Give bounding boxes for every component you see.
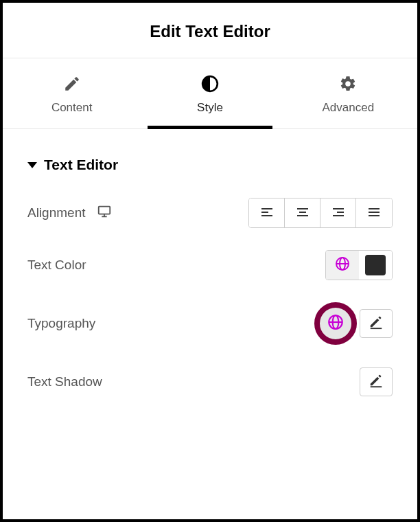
- tab-style[interactable]: Style: [141, 58, 279, 128]
- tabs: Content Style Advanced: [3, 58, 417, 129]
- pencil-underline-icon: [369, 315, 384, 332]
- text-shadow-controls: [360, 367, 393, 396]
- row-text-shadow: Text Shadow: [27, 367, 393, 397]
- svg-rect-24: [371, 386, 382, 387]
- tab-label: Advanced: [323, 101, 375, 115]
- alignment-buttons: [248, 198, 393, 228]
- typography-edit-button[interactable]: [360, 309, 393, 338]
- pencil-icon: [63, 75, 81, 93]
- style-panel: Text Editor Alignment Text Color: [3, 129, 417, 397]
- global-color-button[interactable]: [326, 251, 359, 280]
- tab-advanced[interactable]: Advanced: [279, 58, 417, 128]
- color-swatch-button[interactable]: [359, 251, 392, 280]
- align-right-button[interactable]: [320, 198, 356, 227]
- alignment-label: Alignment: [27, 205, 86, 220]
- svg-rect-23: [371, 328, 382, 329]
- row-text-color: Text Color: [27, 250, 393, 280]
- pencil-underline-icon: [369, 373, 384, 391]
- color-swatch: [365, 255, 386, 275]
- text-color-controls: [325, 250, 393, 280]
- section-title: Text Editor: [44, 157, 118, 173]
- tab-content[interactable]: Content: [3, 58, 141, 128]
- desktop-icon[interactable]: [97, 204, 112, 223]
- text-shadow-label: Text Shadow: [27, 374, 102, 389]
- globe-icon: [327, 313, 345, 334]
- typography-label: Typography: [27, 316, 95, 331]
- panel-header: Edit Text Editor: [3, 3, 417, 58]
- half-circle-icon: [201, 75, 219, 93]
- svg-rect-1: [98, 206, 110, 214]
- align-center-button[interactable]: [285, 198, 320, 227]
- align-justify-button[interactable]: [356, 198, 392, 227]
- globe-icon: [334, 256, 351, 275]
- gear-icon: [339, 75, 357, 93]
- global-typography-button[interactable]: [314, 302, 357, 345]
- tab-label: Style: [197, 101, 223, 115]
- align-left-button[interactable]: [249, 198, 285, 227]
- typography-controls: [314, 302, 393, 345]
- panel-title: Edit Text Editor: [3, 22, 417, 41]
- section-header[interactable]: Text Editor: [27, 157, 393, 173]
- text-shadow-edit-button[interactable]: [360, 367, 393, 396]
- row-alignment: Alignment: [27, 198, 393, 228]
- row-typography: Typography: [27, 302, 393, 345]
- tab-label: Content: [51, 101, 93, 115]
- text-color-label: Text Color: [27, 258, 86, 273]
- caret-down-icon: [27, 162, 37, 168]
